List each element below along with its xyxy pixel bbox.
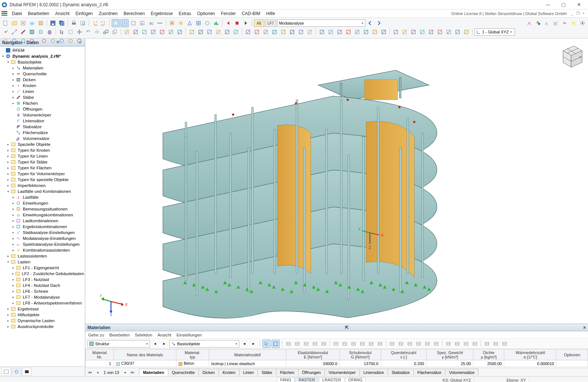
tree-item[interactable]: ▾Lasten <box>0 259 85 265</box>
tool-icon[interactable] <box>344 28 352 36</box>
mdi-restore[interactable]: ❐ <box>575 10 581 17</box>
chart-icon[interactable] <box>552 19 560 27</box>
tree-item[interactable]: ▸LF4 - Nutzlast Dach <box>0 282 85 288</box>
tool-icon[interactable] <box>132 28 140 36</box>
tree-item[interactable]: ▸Modalanalyse-Einstellungen <box>0 235 85 241</box>
new-node-icon[interactable] <box>1 28 10 36</box>
table-tool-icon[interactable] <box>320 340 328 348</box>
lf-next-icon[interactable] <box>375 19 383 27</box>
move-icon[interactable] <box>75 28 83 36</box>
close-button[interactable]: ✕ <box>571 0 587 9</box>
menu-zuordnen[interactable]: Zuordnen <box>96 10 121 17</box>
materials-close-icon[interactable]: × <box>583 325 586 330</box>
materials-pin-icon[interactable]: ⇱ <box>345 325 349 330</box>
table-multi-icon[interactable] <box>272 340 280 348</box>
tool-icon[interactable] <box>149 28 157 36</box>
tree-item[interactable]: ▸Statikanalyse-Einstellungen <box>0 230 85 235</box>
tool-icon[interactable] <box>158 28 166 36</box>
tree-item[interactable]: ▸Ergebnisse <box>0 306 85 312</box>
tree-item[interactable]: ▸Knoten <box>0 83 85 89</box>
nav-prev-icon[interactable]: ◂ <box>94 369 101 376</box>
bottom-tab[interactable]: Stabsätze <box>388 369 414 376</box>
menu-datei[interactable]: Datei <box>9 10 25 17</box>
nav-first-icon[interactable]: ⏮ <box>87 369 93 376</box>
tool-icon[interactable] <box>270 28 279 36</box>
tree-item[interactable]: Stabsätze <box>0 124 85 130</box>
calc-all-icon[interactable] <box>177 19 185 27</box>
combo-next-icon[interactable]: ▸ <box>160 340 168 348</box>
loadcase-combo[interactable]: Modalanalyse▾ <box>277 19 365 27</box>
tree-item[interactable]: ▸LF8 - Antwortspektrenverfahren <box>0 300 85 306</box>
table-tool-icon[interactable] <box>432 340 440 348</box>
tree-item[interactable]: ▸Materialien <box>0 65 85 71</box>
view-tool-icon[interactable] <box>67 37 75 45</box>
tool-icon[interactable] <box>167 28 175 36</box>
tool-icon[interactable] <box>336 28 344 36</box>
snap-raster[interactable]: RASTER <box>295 377 318 382</box>
table-tool-icon[interactable] <box>367 340 375 348</box>
select-icon[interactable] <box>58 28 66 36</box>
bottom-tab[interactable]: Öffnungen <box>298 369 325 376</box>
menu-fenster[interactable]: Fenster <box>218 10 239 17</box>
grid-column-header[interactable]: MaterialNr. <box>86 349 114 360</box>
navigator-tab-b[interactable] <box>12 368 21 376</box>
materials-grid[interactable]: MaterialNr.Name des MaterialsMaterial-ty… <box>85 349 588 368</box>
tool-icon[interactable] <box>462 28 470 36</box>
tree-item[interactable]: ▸Typen für Knoten <box>0 147 85 153</box>
view-cube[interactable]: X <box>556 42 585 71</box>
undo-icon[interactable] <box>91 19 99 27</box>
grid-column-header[interactable]: Materialmodell <box>209 349 286 360</box>
tool-icon[interactable] <box>140 28 148 36</box>
bottom-tab[interactable]: Volumenkörper <box>325 369 360 376</box>
tree-item[interactable]: Flächensätze <box>0 130 85 136</box>
tree-item[interactable]: ▾Dynamic analysis_2.rf6* <box>0 53 85 59</box>
save-icon[interactable] <box>49 19 57 27</box>
table-tool-icon[interactable] <box>483 340 491 348</box>
tree-item[interactable]: Liniensätze <box>0 118 85 124</box>
table-tool-icon[interactable] <box>444 340 452 348</box>
snap-ofang[interactable]: OFANG <box>345 377 366 382</box>
combo-icon[interactable] <box>534 19 542 27</box>
table-tool-icon[interactable] <box>358 340 366 348</box>
tool-icon[interactable] <box>188 28 196 36</box>
table-tool-icon[interactable] <box>388 340 396 348</box>
bottom-tab[interactable]: Liniensätze <box>359 369 388 376</box>
tool-icon[interactable] <box>362 28 370 36</box>
open-file-icon[interactable] <box>10 19 18 27</box>
table-row[interactable]: 1 C30/37 Beton Isotrop | Linear elastisc… <box>86 360 588 367</box>
tree-item[interactable]: ▸Spezielle Objekte <box>0 141 85 147</box>
view-tool-icon[interactable] <box>28 37 36 45</box>
new-member-icon[interactable] <box>19 28 27 36</box>
tool-icon[interactable] <box>197 28 205 36</box>
numbering-icon[interactable]: # <box>138 19 146 27</box>
results-icon[interactable] <box>212 19 220 27</box>
materials-menu-selection[interactable]: Selektion <box>135 333 152 337</box>
grid-column-header[interactable]: SchubmodulG [N/mm²] <box>340 349 381 360</box>
tool-icon[interactable] <box>253 28 261 36</box>
tool-icon[interactable] <box>453 28 462 36</box>
grid-column-header[interactable]: Dichteρ [kg/m³] <box>473 349 504 360</box>
tree-item[interactable]: ▸Einwirkungskombinationen <box>0 212 85 218</box>
grid-column-header[interactable]: Querdehnzahlν [-] <box>381 349 426 360</box>
tree-item[interactable]: ▸Typen für Flächen <box>0 165 85 171</box>
results-nav-icon[interactable] <box>203 19 211 27</box>
table-tool-icon[interactable] <box>423 340 431 348</box>
structure-combo[interactable]: Struktur▾ <box>87 340 150 347</box>
table-tool-icon[interactable] <box>453 340 461 348</box>
tree-item[interactable]: ▾Basisobjekte <box>0 59 85 65</box>
tool-icon[interactable] <box>380 28 388 36</box>
print-icon[interactable] <box>70 19 78 27</box>
menu-ergebnisse[interactable]: Ergebnisse <box>148 10 176 17</box>
tree-item[interactable]: ▸Dynamische Lasten <box>0 318 85 324</box>
menu-bearbeiten[interactable]: Bearbeiten <box>25 10 52 17</box>
tree-item[interactable]: ▸Stäbe <box>0 94 85 100</box>
tool-icon[interactable] <box>262 28 270 36</box>
tool-icon[interactable] <box>436 28 444 36</box>
navigator-tab-a[interactable] <box>1 368 11 376</box>
minimize-button[interactable]: — <box>540 0 556 9</box>
block-icon[interactable] <box>37 19 45 27</box>
bottom-tab[interactable]: Flächen <box>276 369 298 376</box>
nav-next-icon[interactable]: ▸ <box>122 369 129 376</box>
tool-icon[interactable] <box>214 28 222 36</box>
view-tool-icon[interactable] <box>75 37 83 45</box>
